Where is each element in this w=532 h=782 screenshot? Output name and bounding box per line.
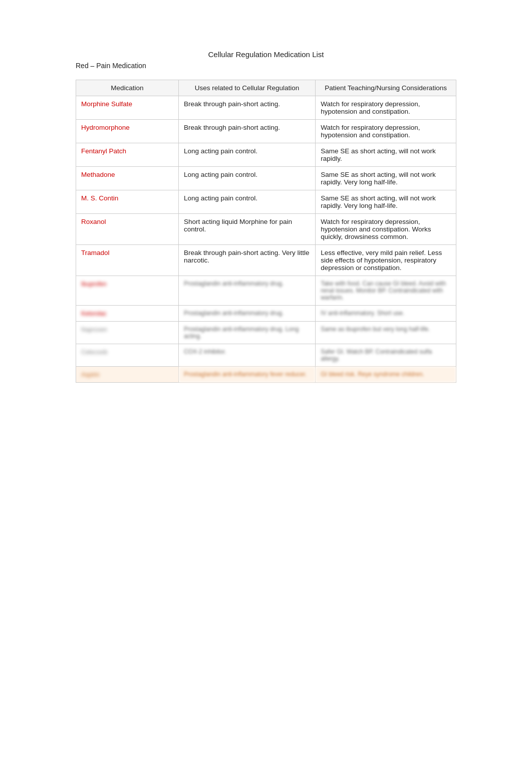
uses-cell: Prostaglandin anti-inflammatory drug.	[178, 276, 315, 306]
med-name: Tramadol	[81, 249, 110, 256]
table-row: CelecoxibCOX-2 inhibitor.Safer GI. Watch…	[76, 344, 456, 367]
page-title: Cellular Regulation Medication List	[76, 50, 456, 59]
table-row: NaproxenProstaglandin anti-inflammatory …	[76, 322, 456, 344]
teaching-cell: Same SE as short acting, will not work r…	[316, 190, 456, 214]
med-name-cell: Methadone	[76, 167, 179, 190]
med-name-cell: Fentanyl Patch	[76, 143, 179, 167]
teaching-cell: Same as ibuprofen but very long half-lif…	[316, 322, 456, 344]
table-row: MethadoneLong acting pain control.Same S…	[76, 167, 456, 190]
uses-cell: Long acting pain control.	[178, 167, 315, 190]
teaching-cell: Safer GI. Watch BP. Contraindicated sulf…	[316, 344, 456, 367]
med-name-cell: Ibuprofen	[76, 276, 179, 306]
table-row: TramadolBreak through pain-short acting.…	[76, 245, 456, 276]
med-name: Morphine Sulfate	[81, 100, 132, 108]
teaching-cell: Same SE as short acting, will not work r…	[316, 167, 456, 190]
medication-table: Medication Uses related to Cellular Regu…	[76, 80, 456, 383]
med-name: Ketorolac	[81, 310, 107, 317]
page-wrapper: Cellular Regulation Medication List Red …	[76, 50, 456, 383]
uses-cell: Break through pain-short acting.	[178, 120, 315, 143]
uses-cell: Long acting pain control.	[178, 143, 315, 167]
table-row: Morphine SulfateBreak through pain-short…	[76, 96, 456, 120]
med-name: Roxanol	[81, 218, 106, 225]
teaching-cell: GI bleed risk. Reye syndrome children.	[316, 367, 456, 383]
med-name: Hydromorphone	[81, 124, 130, 131]
med-name: Celecoxib	[81, 349, 108, 356]
med-name: Aspirin	[81, 371, 100, 378]
table-row: Fentanyl PatchLong acting pain control.S…	[76, 143, 456, 167]
table-row: M. S. ContinLong acting pain control.Sam…	[76, 190, 456, 214]
table-header-row: Medication Uses related to Cellular Regu…	[76, 80, 456, 96]
teaching-cell: Watch for respiratory depression, hypote…	[316, 120, 456, 143]
teaching-cell: Watch for respiratory depression, hypote…	[316, 96, 456, 120]
med-name-cell: Aspirin	[76, 367, 179, 383]
table-row: RoxanolShort acting liquid Morphine for …	[76, 214, 456, 245]
table-row: KetorolacProstaglandin anti-inflammatory…	[76, 306, 456, 322]
col-header-uses: Uses related to Cellular Regulation	[178, 80, 315, 96]
med-name: Methadone	[81, 171, 115, 178]
uses-cell: Prostaglandin anti-inflammatory fever re…	[178, 367, 315, 383]
med-name-cell: Naproxen	[76, 322, 179, 344]
med-name-cell: Roxanol	[76, 214, 179, 245]
uses-cell: Long acting pain control.	[178, 190, 315, 214]
table-row: IbuprofenProstaglandin anti-inflammatory…	[76, 276, 456, 306]
med-name-cell: Celecoxib	[76, 344, 179, 367]
col-header-teaching: Patient Teaching/Nursing Considerations	[316, 80, 456, 96]
subtitle: Red – Pain Medication	[76, 62, 456, 70]
uses-cell: Break through pain-short acting.	[178, 96, 315, 120]
med-name-cell: Ketorolac	[76, 306, 179, 322]
col-header-medication: Medication	[76, 80, 179, 96]
teaching-cell: Watch for respiratory depression, hypote…	[316, 214, 456, 245]
med-name-cell: Morphine Sulfate	[76, 96, 179, 120]
teaching-cell: Less effective, very mild pain relief. L…	[316, 245, 456, 276]
uses-cell: Prostaglandin anti-inflammatory drug.	[178, 306, 315, 322]
teaching-cell: Take with food. Can cause GI bleed. Avoi…	[316, 276, 456, 306]
teaching-cell: IV anti-inflammatory. Short use.	[316, 306, 456, 322]
med-name: Fentanyl Patch	[81, 147, 126, 155]
med-name: Naproxen	[81, 326, 107, 333]
med-name-cell: M. S. Contin	[76, 190, 179, 214]
uses-cell: COX-2 inhibitor.	[178, 344, 315, 367]
uses-cell: Short acting liquid Morphine for pain co…	[178, 214, 315, 245]
table-row: HydromorphoneBreak through pain-short ac…	[76, 120, 456, 143]
teaching-cell: Same SE as short acting, will not work r…	[316, 143, 456, 167]
uses-cell: Break through pain-short acting. Very li…	[178, 245, 315, 276]
med-name-cell: Tramadol	[76, 245, 179, 276]
med-name: Ibuprofen	[81, 281, 107, 288]
med-name-cell: Hydromorphone	[76, 120, 179, 143]
uses-cell: Prostaglandin anti-inflammatory drug. Lo…	[178, 322, 315, 344]
table-row: AspirinProstaglandin anti-inflammatory f…	[76, 367, 456, 383]
med-name: M. S. Contin	[81, 194, 118, 202]
